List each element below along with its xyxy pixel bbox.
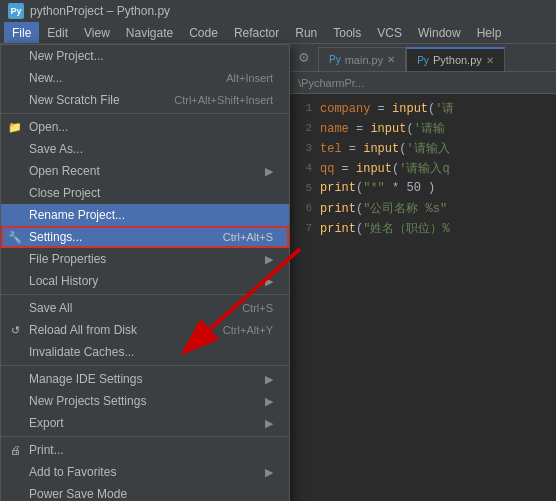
line-num-6: 6 [290,202,320,214]
export-label: Export [29,416,64,430]
folder-icon: 📁 [7,119,23,135]
menu-run[interactable]: Run [287,22,325,43]
save-all-shortcut: Ctrl+S [242,302,273,314]
menu-item-open-recent[interactable]: Open Recent ▶ [1,160,289,182]
menu-navigate[interactable]: Navigate [118,22,181,43]
local-history-label: Local History [29,274,98,288]
title-bar: Py pythonProject – Python.py [0,0,556,22]
menu-refactor[interactable]: Refactor [226,22,287,43]
tab-main-py[interactable]: Py main.py ✕ [318,47,406,71]
reload-shortcut: Ctrl+Alt+Y [223,324,273,336]
menu-item-print[interactable]: 🖨 Print... [1,439,289,461]
new-projects-settings-label: New Projects Settings [29,394,146,408]
code-line-4: 4 qq = input('请输入q [290,158,556,178]
settings-label: Settings... [29,230,82,244]
settings-shortcut: Ctrl+Alt+S [223,231,273,243]
menu-item-export[interactable]: Export ▶ [1,412,289,434]
menu-item-close-project[interactable]: Close Project [1,182,289,204]
main-layout: New Project... New... Alt+Insert New Scr… [0,44,556,501]
rename-project-label: Rename Project... [29,208,125,222]
add-favorites-label: Add to Favorites [29,465,116,479]
menu-item-new[interactable]: New... Alt+Insert [1,67,289,89]
separator-4 [1,436,289,437]
file-properties-arrow: ▶ [265,253,273,266]
menu-item-file-properties[interactable]: File Properties ▶ [1,248,289,270]
editor-tab-bar: ⚙ Py main.py ✕ Py Python.py ✕ [290,44,556,72]
separator-2 [1,294,289,295]
main-py-label: main.py [345,54,384,66]
new-scratch-label: New Scratch File [29,93,120,107]
tab-python-py[interactable]: Py Python.py ✕ [406,47,505,71]
export-arrow: ▶ [265,417,273,430]
menu-item-save-as[interactable]: Save As... [1,138,289,160]
line-num-5: 5 [290,182,320,194]
menu-item-power-save[interactable]: Power Save Mode [1,483,289,501]
menu-item-open[interactable]: 📁 Open... [1,116,289,138]
main-py-close[interactable]: ✕ [387,54,395,65]
menu-item-invalidate[interactable]: Invalidate Caches... [1,341,289,363]
code-line-7: 7 print("姓名（职位）% [290,218,556,238]
code-text-2: name = input('请输 [320,120,445,137]
menu-item-new-projects-settings[interactable]: New Projects Settings ▶ [1,390,289,412]
open-label: Open... [29,120,68,134]
close-project-label: Close Project [29,186,100,200]
menu-edit[interactable]: Edit [39,22,76,43]
code-text-1: company = input('请 [320,100,454,117]
window-title: pythonProject – Python.py [30,4,170,18]
menu-window[interactable]: Window [410,22,469,43]
menu-item-local-history[interactable]: Local History ▶ [1,270,289,292]
code-editor[interactable]: 1 company = input('请 2 name = input('请输 … [290,94,556,242]
open-recent-label: Open Recent [29,164,100,178]
code-text-4: qq = input('请输入q [320,160,450,177]
menu-item-manage-ide[interactable]: Manage IDE Settings ▶ [1,368,289,390]
editor-area: ⚙ Py main.py ✕ Py Python.py ✕ \PycharmPr… [290,44,556,501]
code-text-5: print("*" * 50 ) [320,181,435,195]
menu-item-new-scratch[interactable]: New Scratch File Ctrl+Alt+Shift+Insert [1,89,289,111]
separator-3 [1,365,289,366]
line-num-3: 3 [290,142,320,154]
menu-item-settings[interactable]: 🔧 Settings... Ctrl+Alt+S [1,226,289,248]
code-line-1: 1 company = input('请 [290,98,556,118]
open-recent-arrow: ▶ [265,165,273,178]
menu-item-save-all[interactable]: Save All Ctrl+S [1,297,289,319]
code-text-3: tel = input('请输入 [320,140,450,157]
invalidate-label: Invalidate Caches... [29,345,134,359]
new-scratch-shortcut: Ctrl+Alt+Shift+Insert [174,94,273,106]
reload-icon: ↺ [7,322,23,338]
gear-button[interactable]: ⚙ [290,43,318,71]
menu-help[interactable]: Help [469,22,510,43]
line-num-2: 2 [290,122,320,134]
python-py-icon: Py [417,55,429,66]
code-line-3: 3 tel = input('请输入 [290,138,556,158]
save-all-label: Save All [29,301,72,315]
breadcrumb-path: \PycharmPr... [298,77,364,89]
menu-view[interactable]: View [76,22,118,43]
file-dropdown-menu: New Project... New... Alt+Insert New Scr… [0,44,290,501]
code-line-2: 2 name = input('请输 [290,118,556,138]
code-line-5: 5 print("*" * 50 ) [290,178,556,198]
main-py-icon: Py [329,54,341,65]
wrench-icon: 🔧 [7,229,23,245]
new-project-label: New Project... [29,49,104,63]
menu-vcs[interactable]: VCS [369,22,410,43]
menu-item-rename-project[interactable]: Rename Project... [1,204,289,226]
breadcrumb-bar: \PycharmPr... [290,72,556,94]
menu-item-add-favorites[interactable]: Add to Favorites ▶ [1,461,289,483]
menu-item-new-project[interactable]: New Project... [1,45,289,67]
line-num-4: 4 [290,162,320,174]
manage-ide-label: Manage IDE Settings [29,372,142,386]
menu-bar: File Edit View Navigate Code Refactor Ru… [0,22,556,44]
code-text-7: print("姓名（职位）% [320,220,450,237]
power-save-label: Power Save Mode [29,487,127,501]
new-projects-settings-arrow: ▶ [265,395,273,408]
file-properties-label: File Properties [29,252,106,266]
python-py-close[interactable]: ✕ [486,55,494,66]
reload-label: Reload All from Disk [29,323,137,337]
line-num-7: 7 [290,222,320,234]
menu-item-reload[interactable]: ↺ Reload All from Disk Ctrl+Alt+Y [1,319,289,341]
python-py-label: Python.py [433,54,482,66]
menu-file[interactable]: File [4,22,39,43]
local-history-arrow: ▶ [265,275,273,288]
menu-tools[interactable]: Tools [325,22,369,43]
menu-code[interactable]: Code [181,22,226,43]
